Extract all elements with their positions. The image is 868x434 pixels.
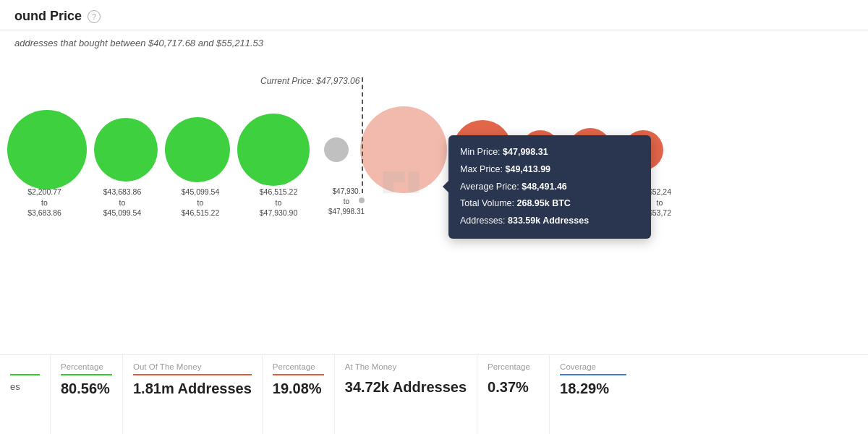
page-title: ound Price bbox=[14, 9, 82, 24]
out-of-money-pct-col: Percentage 19.08% bbox=[263, 355, 335, 434]
price-label: $43,683.86to$45,099.54 bbox=[83, 184, 161, 218]
bubble bbox=[237, 114, 310, 186]
at-money-pct-label: Percentage bbox=[488, 362, 539, 374]
in-the-money-label bbox=[10, 362, 40, 375]
tooltip-avg: Average Price: $48,491.46 bbox=[460, 179, 639, 196]
price-labels-row: $2,200.77to$3,683.86 $43,683.86to$45,099… bbox=[0, 184, 868, 218]
help-icon[interactable]: ? bbox=[88, 10, 101, 23]
coverage-label: Coverage bbox=[560, 362, 626, 375]
tooltip-vol: Total Volume: 268.95k BTC bbox=[460, 195, 639, 213]
bubble bbox=[165, 117, 230, 182]
in-the-money-addresses-col: es bbox=[0, 355, 51, 434]
bubble bbox=[94, 118, 158, 182]
in-the-money-addresses-sub: es bbox=[10, 381, 40, 392]
at-money-pct-val: 0.37% bbox=[488, 378, 539, 396]
coverage-col: Coverage 18.29% bbox=[550, 355, 637, 434]
in-the-money-pct-val: 80.56% bbox=[61, 380, 112, 397]
at-money-label: At The Money bbox=[345, 362, 467, 374]
at-money-addr-val: 34.72k Addresses bbox=[345, 378, 467, 396]
price-label: $47,930.to$47,998.31 bbox=[318, 184, 375, 217]
current-price-label: Current Price: $47,973.06 bbox=[260, 76, 359, 86]
at-money-pct-col: Percentage 0.37% bbox=[477, 355, 550, 434]
coverage-val: 18.29% bbox=[560, 380, 626, 397]
out-of-money-addr-col: Out Of The Money 1.81m Addresses bbox=[123, 355, 263, 434]
tooltip-max: Max Price: $49,413.99 bbox=[460, 161, 639, 179]
chart-area: IntoT Current Price: $47,973.06 bbox=[0, 56, 868, 309]
subtitle: addresses that bought between $40,717.68… bbox=[0, 30, 868, 56]
tooltip-arrow bbox=[443, 181, 448, 192]
bubble-item bbox=[7, 110, 87, 190]
tooltip: Min Price: $47,998.31 Max Price: $49,413… bbox=[448, 135, 651, 239]
tooltip-addr: Addresses: 833.59k Addresses bbox=[460, 213, 639, 230]
out-of-money-label: Out Of The Money bbox=[133, 362, 252, 375]
bubbles-container bbox=[0, 106, 868, 193]
out-of-money-addr-val: 1.81m Addresses bbox=[133, 380, 252, 397]
bubble-item bbox=[165, 117, 230, 182]
bubble bbox=[360, 106, 447, 193]
current-price-line bbox=[362, 77, 363, 193]
price-label: $46,515.22to$47,930.90 bbox=[239, 184, 318, 218]
bubble-item bbox=[324, 137, 349, 162]
at-money-addr-col: At The Money 34.72k Addresses bbox=[335, 355, 477, 434]
bubble bbox=[7, 110, 87, 190]
dot-marker bbox=[359, 197, 365, 203]
in-the-money-pct-label: Percentage bbox=[61, 362, 112, 375]
price-label: $45,099.54to$46,515.22 bbox=[161, 184, 239, 218]
bubble-item bbox=[94, 118, 158, 182]
in-the-money-pct-col: Percentage 80.56% bbox=[51, 355, 123, 434]
out-of-money-pct-val: 19.08% bbox=[273, 380, 324, 397]
bubble bbox=[324, 137, 349, 162]
price-label: $2,200.77to$3,683.86 bbox=[0, 184, 83, 218]
out-of-money-pct-label: Percentage bbox=[273, 362, 324, 375]
bottom-bar: es Percentage 80.56% Out Of The Money 1.… bbox=[0, 354, 868, 434]
bubble-item bbox=[237, 114, 310, 186]
bubble-item bbox=[360, 106, 447, 193]
tooltip-min: Min Price: $47,998.31 bbox=[460, 144, 639, 161]
header: ound Price ? bbox=[0, 0, 868, 30]
